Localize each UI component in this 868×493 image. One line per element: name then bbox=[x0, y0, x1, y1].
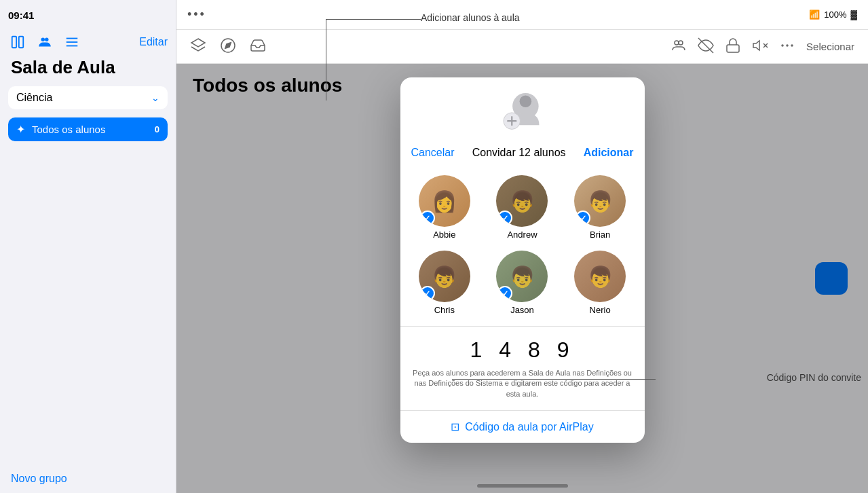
students-icon: ✦ bbox=[16, 123, 25, 136]
student-avatar-brian: 👦 bbox=[574, 175, 626, 227]
annotation-line-pin bbox=[452, 379, 656, 380]
check-badge-brian bbox=[575, 211, 590, 225]
app-title: Sala de Aula bbox=[0, 54, 176, 84]
inbox-icon[interactable] bbox=[250, 37, 266, 56]
student-name-nerio: Nerio bbox=[590, 305, 611, 315]
lock-icon[interactable] bbox=[725, 37, 741, 56]
visibility-icon[interactable] bbox=[698, 37, 714, 56]
main-body: Todos os alunos bbox=[176, 64, 868, 493]
cancel-button[interactable]: Cancelar bbox=[411, 147, 455, 159]
sidebar-item-label: Todos os alunos bbox=[32, 124, 148, 135]
class-name: Ciência bbox=[16, 92, 52, 104]
student-avatar-andrew: 👦 bbox=[496, 175, 548, 227]
sidebar-bottom: Novo grupo bbox=[0, 464, 176, 493]
battery-icon: ▓ bbox=[851, 10, 857, 20]
svg-marker-14 bbox=[753, 41, 759, 50]
sidebar: 09:41 bbox=[0, 0, 176, 493]
layers-icon[interactable] bbox=[190, 37, 206, 56]
home-indicator bbox=[477, 484, 568, 488]
svg-point-3 bbox=[45, 38, 49, 42]
sidebar-toolbar: Editar bbox=[0, 30, 176, 54]
annotation-line-add-students bbox=[326, 19, 421, 20]
student-name-andrew: Andrew bbox=[507, 230, 537, 240]
annotation-pin-code: Código PIN do convite bbox=[767, 372, 861, 383]
svg-point-18 bbox=[791, 45, 793, 46]
annotation-line-v-add bbox=[326, 19, 326, 101]
airplay-section[interactable]: ⊡ Código da aula por AirPlay bbox=[400, 410, 645, 443]
status-bar-right: 📶 100% ▓ bbox=[809, 10, 857, 20]
contacts-icon[interactable] bbox=[35, 33, 54, 52]
toolbar-left-icons bbox=[190, 37, 266, 56]
svg-point-19 bbox=[782, 45, 783, 46]
modal-title: Convidar 12 alunos bbox=[472, 147, 566, 159]
student-avatar-chris: 👦 bbox=[419, 251, 470, 302]
pin-code: 1 4 8 9 bbox=[411, 337, 634, 363]
student-name-abbie: Abbie bbox=[433, 230, 455, 240]
chevron-down-icon: ⌄ bbox=[151, 92, 159, 103]
main-content: ••• 📶 100% ▓ bbox=[176, 0, 868, 493]
modal-title-bar: Cancelar Convidar 12 alunos Adicionar bbox=[400, 141, 645, 170]
airplay-label: Código da aula por AirPlay bbox=[465, 421, 593, 433]
select-button[interactable]: Selecionar bbox=[806, 41, 854, 52]
svg-point-17 bbox=[787, 45, 788, 46]
list-icon[interactable] bbox=[62, 33, 81, 52]
main-status-bar: ••• 📶 100% ▓ bbox=[176, 0, 868, 30]
modal-overlay: Cancelar Convidar 12 alunos Adicionar 👩 bbox=[176, 64, 868, 493]
student-item[interactable]: 👦 Nerio bbox=[567, 251, 634, 315]
svg-marker-7 bbox=[191, 39, 205, 47]
student-name-chris: Chris bbox=[434, 305, 455, 315]
airplay-icon: ⊡ bbox=[451, 420, 459, 433]
student-avatar-jason: 👦 bbox=[496, 251, 548, 302]
new-group-button[interactable]: Novo grupo bbox=[11, 473, 67, 485]
student-grid: 👩 Abbie 👦 Andrew bbox=[400, 170, 645, 326]
invite-modal: Cancelar Convidar 12 alunos Adicionar 👩 bbox=[400, 77, 645, 443]
class-selector[interactable]: Ciência ⌄ bbox=[8, 86, 168, 109]
status-dots: ••• bbox=[187, 7, 206, 22]
edit-button[interactable]: Editar bbox=[139, 36, 168, 48]
toolbar-icons-left bbox=[8, 33, 81, 52]
add-button[interactable]: Adicionar bbox=[584, 147, 634, 159]
app-container: 09:41 bbox=[0, 0, 868, 493]
check-badge-abbie bbox=[420, 211, 435, 225]
svg-point-2 bbox=[41, 38, 45, 42]
sidebar-list: ✦ Todos os alunos 0 bbox=[8, 117, 168, 141]
sidebar-item-badge: 0 bbox=[155, 124, 159, 134]
check-badge-chris bbox=[420, 286, 435, 301]
student-item[interactable]: 👦 Brian bbox=[567, 175, 634, 240]
battery-percentage: 100% bbox=[824, 10, 846, 20]
mute-icon[interactable] bbox=[752, 37, 768, 56]
group-icon[interactable] bbox=[671, 37, 687, 56]
svg-point-10 bbox=[675, 41, 679, 45]
compass-icon[interactable] bbox=[220, 37, 236, 56]
svg-marker-9 bbox=[225, 42, 231, 48]
more-icon[interactable] bbox=[779, 37, 795, 56]
annotation-add-students: Adicionar alunos à aula bbox=[421, 12, 520, 23]
svg-point-11 bbox=[679, 41, 683, 45]
pin-description: Peça aos alunos para acederem a Sala de … bbox=[411, 368, 634, 399]
student-name-jason: Jason bbox=[510, 305, 534, 315]
svg-rect-0 bbox=[12, 37, 16, 48]
sidebar-toggle-icon[interactable] bbox=[8, 33, 27, 52]
sidebar-status-bar: 09:41 bbox=[0, 0, 176, 30]
student-item[interactable]: 👦 Jason bbox=[489, 251, 556, 315]
student-name-brian: Brian bbox=[590, 230, 610, 240]
student-item[interactable]: 👩 Abbie bbox=[411, 175, 478, 240]
pin-section: 1 4 8 9 Peça aos alunos para acederem a … bbox=[400, 326, 645, 410]
toolbar-right-icons: Selecionar bbox=[671, 37, 854, 56]
wifi-icon: 📶 bbox=[809, 10, 820, 20]
svg-rect-1 bbox=[19, 37, 23, 48]
sidebar-item-all-students[interactable]: ✦ Todos os alunos 0 bbox=[8, 117, 168, 141]
student-avatar-nerio: 👦 bbox=[574, 251, 626, 302]
student-item[interactable]: 👦 Andrew bbox=[489, 175, 556, 240]
svg-point-21 bbox=[519, 96, 531, 108]
add-person-icon bbox=[499, 88, 546, 136]
student-avatar-abbie: 👩 bbox=[419, 175, 470, 227]
student-item[interactable]: 👦 Chris bbox=[411, 251, 478, 315]
status-time: 09:41 bbox=[8, 10, 34, 21]
main-toolbar: Selecionar bbox=[176, 30, 868, 64]
svg-rect-13 bbox=[727, 45, 739, 52]
